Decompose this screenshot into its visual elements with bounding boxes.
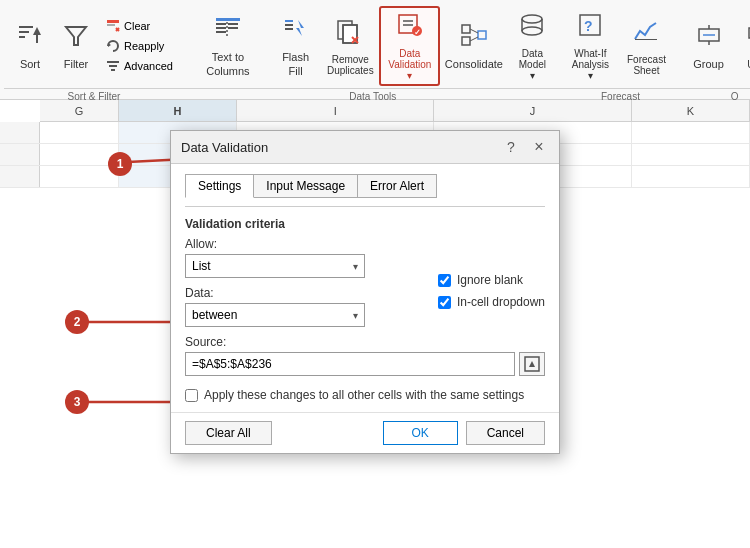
ungroup-icon <box>747 22 750 57</box>
svg-rect-17 <box>216 31 226 33</box>
ok-button[interactable]: OK <box>383 421 458 445</box>
svg-rect-15 <box>216 23 226 25</box>
group-button[interactable]: Group <box>684 6 734 86</box>
dialog-close-button[interactable]: × <box>529 137 549 157</box>
clear-label: Clear <box>124 20 150 32</box>
group-label: Group <box>693 58 724 71</box>
dialog-help-button[interactable]: ? <box>501 137 521 157</box>
dialog-controls: ? × <box>501 137 549 157</box>
svg-rect-21 <box>285 20 293 22</box>
clear-button[interactable]: Clear <box>100 17 180 35</box>
svg-rect-7 <box>107 24 115 26</box>
svg-rect-14 <box>216 18 240 21</box>
section-title: Validation criteria <box>185 217 545 231</box>
svg-marker-59 <box>529 361 535 367</box>
svg-rect-37 <box>462 37 470 45</box>
data-select[interactable]: between ▾ <box>185 303 365 327</box>
svg-rect-47 <box>635 39 657 40</box>
group-icon <box>695 21 723 56</box>
clear-icon <box>106 19 120 33</box>
what-if-button[interactable]: ? What-IfAnalysis ▾ <box>565 6 615 86</box>
svg-rect-6 <box>107 20 119 23</box>
cancel-button[interactable]: Cancel <box>466 421 545 445</box>
data-model-label: DataModel ▾ <box>515 48 549 81</box>
allow-select-arrow: ▾ <box>353 261 358 272</box>
advanced-button[interactable]: Advanced <box>100 57 180 75</box>
data-label: Data: <box>185 286 422 300</box>
sort-button[interactable]: Sort <box>8 6 52 86</box>
filter-label: Filter <box>64 58 88 71</box>
what-if-icon: ? <box>576 11 604 46</box>
advanced-label: Advanced <box>124 60 173 72</box>
forecast-sheet-button[interactable]: Forecast Sheet <box>617 6 675 86</box>
dialog-tabs: Settings Input Message Error Alert <box>185 174 545 198</box>
source-input[interactable] <box>185 352 515 376</box>
ignore-blank-label: Ignore blank <box>457 273 523 287</box>
filter-button[interactable]: Filter <box>54 6 98 86</box>
svg-marker-24 <box>296 20 304 36</box>
flash-fill-icon <box>282 14 310 49</box>
svg-point-44 <box>522 27 542 35</box>
dialog-body: Settings Input Message Error Alert Valid… <box>171 164 559 412</box>
apply-label: Apply these changes to all other cells w… <box>204 388 524 402</box>
svg-rect-2 <box>19 36 25 38</box>
consolidate-icon <box>460 21 488 56</box>
remove-duplicates-label: RemoveDuplicates <box>327 54 374 76</box>
data-model-icon <box>518 11 546 46</box>
apply-row: Apply these changes to all other cells w… <box>185 388 545 402</box>
ribbon: Sort Filter Clear <box>0 0 750 100</box>
data-validation-icon: ✓ <box>396 11 424 46</box>
flash-fill-button[interactable]: Flash Fill <box>270 6 322 86</box>
data-value: between <box>192 308 237 322</box>
allow-label: Allow: <box>185 237 422 251</box>
text-to-columns-label: Text to Columns <box>196 51 260 77</box>
svg-rect-1 <box>19 31 29 33</box>
ignore-blank-checkbox[interactable] <box>438 274 451 287</box>
svg-marker-3 <box>33 27 41 35</box>
svg-marker-5 <box>66 27 86 45</box>
svg-rect-38 <box>478 31 486 39</box>
tab-settings[interactable]: Settings <box>185 174 254 198</box>
tab-error-alert[interactable]: Error Alert <box>357 174 437 198</box>
data-validation-label: DataValidation ▾ <box>388 48 431 81</box>
what-if-label: What-IfAnalysis ▾ <box>572 48 609 81</box>
text-to-columns-icon <box>214 14 242 49</box>
source-range-button[interactable] <box>519 352 545 376</box>
remove-duplicates-icon <box>336 17 364 52</box>
filter-options-group: Clear Reapply Advanced <box>100 17 180 75</box>
allow-value: List <box>192 259 211 273</box>
forecast-group: ? What-IfAnalysis ▾ Forecast Sheet For <box>561 4 679 94</box>
data-validation-button[interactable]: ✓ DataValidation ▾ <box>379 6 440 86</box>
svg-rect-11 <box>107 61 119 63</box>
svg-rect-36 <box>462 25 470 33</box>
data-select-arrow: ▾ <box>353 310 358 321</box>
in-cell-dropdown-checkbox[interactable] <box>438 296 451 309</box>
apply-checkbox[interactable] <box>185 389 198 402</box>
data-model-button[interactable]: DataModel ▾ <box>507 6 557 86</box>
consolidate-button[interactable]: Consolidate <box>442 6 505 86</box>
source-input-row <box>185 352 545 376</box>
tab-input-message[interactable]: Input Message <box>253 174 358 198</box>
dialog-overlay: Data Validation ? × Settings Input Messa… <box>0 100 750 548</box>
reapply-label: Reapply <box>124 40 164 52</box>
clear-all-button[interactable]: Clear All <box>185 421 272 445</box>
allow-select[interactable]: List ▾ <box>185 254 365 278</box>
reapply-button[interactable]: Reapply <box>100 37 180 55</box>
svg-rect-0 <box>19 26 33 28</box>
sort-filter-group: Sort Filter Clear <box>4 4 184 94</box>
forecast-sheet-label: Forecast Sheet <box>625 54 667 76</box>
svg-rect-12 <box>109 65 117 67</box>
svg-rect-19 <box>228 27 238 29</box>
ungroup-button[interactable]: Ung... <box>736 6 750 86</box>
source-label: Source: <box>185 335 545 349</box>
svg-rect-16 <box>216 27 226 29</box>
svg-line-39 <box>470 29 478 33</box>
svg-line-40 <box>470 37 478 41</box>
svg-rect-18 <box>228 23 238 25</box>
remove-duplicates-button[interactable]: RemoveDuplicates <box>323 6 377 86</box>
text-to-columns-button[interactable]: Text to Columns <box>188 6 268 86</box>
divider <box>185 206 545 207</box>
forecast-sheet-icon <box>632 17 660 52</box>
in-cell-dropdown-row: In-cell dropdown <box>438 295 545 309</box>
outline-group: Group Ung... O <box>680 4 750 94</box>
